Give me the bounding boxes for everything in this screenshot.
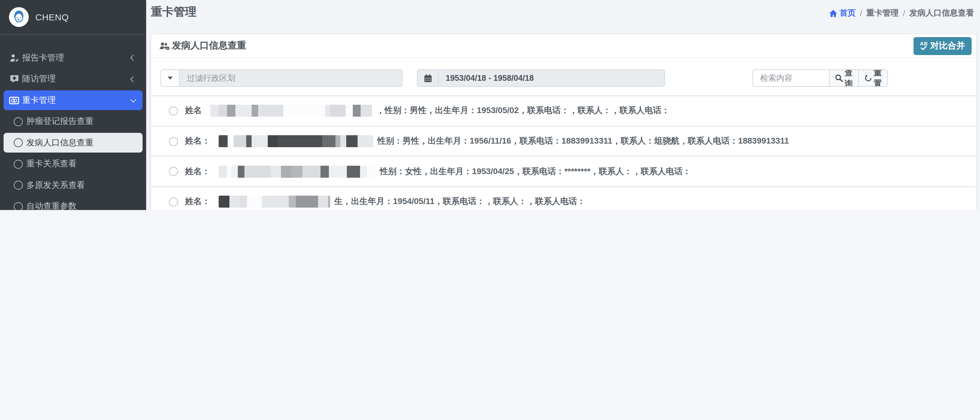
row-name-label: 姓名： bbox=[185, 197, 210, 207]
list-item[interactable]: 姓名，性别：男性，出生年月：1953/05/02，联系电话：，联系人：，联系人电… bbox=[151, 95, 977, 125]
spell-check-icon: AB bbox=[920, 41, 928, 51]
calendar-icon bbox=[417, 70, 439, 86]
breadcrumb: 首页 / 重卡管理 / 发病人口信息查看 bbox=[829, 8, 974, 19]
search-icon bbox=[835, 74, 843, 82]
breadcrumb-separator: / bbox=[860, 9, 862, 17]
row-name-label: 姓名： bbox=[185, 166, 210, 177]
caret-down-icon bbox=[168, 76, 172, 79]
list-item[interactable]: 姓名：生，出生年月：1954/05/11，联系电话：，联系人：，联系人电话： bbox=[151, 186, 977, 210]
sidebar-item-duplicate-card[interactable]: 重卡管理 bbox=[3, 90, 143, 110]
circle-icon bbox=[13, 181, 23, 190]
list-item[interactable]: 姓名：性别：女性，出生年月：1953/04/25，联系电话：********，联… bbox=[151, 156, 977, 186]
row-radio[interactable] bbox=[169, 167, 178, 176]
main-card: 发病人口信息查重 AB 对比合并 bbox=[151, 34, 977, 210]
compare-merge-button[interactable]: AB 对比合并 bbox=[913, 37, 972, 55]
chevron-left-icon bbox=[130, 76, 136, 82]
card-title: 发病人口信息查重 bbox=[159, 40, 246, 52]
circle-icon bbox=[13, 159, 23, 169]
circle-icon bbox=[13, 117, 23, 126]
breadcrumb-separator: / bbox=[903, 9, 905, 17]
result-list: 姓名，性别：男性，出生年月：1953/05/02，联系电话：，联系人：，联系人电… bbox=[151, 95, 977, 210]
users-gear-icon bbox=[159, 41, 170, 51]
submenu-item-dup-relation-view[interactable]: 重卡关系查看 bbox=[3, 154, 143, 174]
chevron-down-icon bbox=[130, 96, 136, 102]
sidebar-item-followup[interactable]: 随访管理 bbox=[3, 69, 143, 89]
circle-icon bbox=[13, 138, 23, 147]
row-radio[interactable] bbox=[169, 137, 178, 146]
user-avatar bbox=[9, 7, 29, 27]
card-header: 发病人口信息查重 AB 对比合并 bbox=[151, 34, 977, 58]
row-info-text: 生，出生年月：1954/05/11，联系电话：，联系人：，联系人电话： bbox=[334, 197, 585, 207]
filter-row: 查询 重置 bbox=[151, 70, 977, 87]
region-dropdown-button[interactable] bbox=[161, 70, 180, 86]
sidebar: CHENQ 报告卡管理 随访管理 重卡管理 bbox=[0, 0, 146, 210]
submenu-item-tumor-registry-dedup[interactable]: 肿瘤登记报告查重 bbox=[3, 112, 143, 132]
app-root: CHENQ 报告卡管理 随访管理 重卡管理 bbox=[0, 0, 980, 210]
submenu-item-multi-primary-view[interactable]: 多原发关系查看 bbox=[3, 175, 143, 195]
user-edit-icon bbox=[9, 53, 19, 62]
row-name-label: 姓名 bbox=[185, 106, 202, 116]
row-info-text: 性别：男性，出生年月：1956/11/16，联系电话：18839913311，联… bbox=[377, 136, 789, 147]
date-range-input[interactable] bbox=[439, 70, 664, 86]
row-name-label: 姓名： bbox=[185, 136, 210, 147]
circle-icon bbox=[13, 201, 23, 210]
breadcrumb-home-link[interactable]: 首页 bbox=[829, 8, 856, 19]
query-button[interactable]: 查询 bbox=[829, 70, 858, 86]
search-input[interactable] bbox=[753, 70, 829, 86]
row-radio[interactable] bbox=[169, 106, 178, 116]
card-venn-icon bbox=[9, 95, 19, 105]
submenu-item-incidence-population-dedup[interactable]: 发病人口信息查重 bbox=[3, 133, 143, 152]
date-range-group bbox=[417, 70, 665, 87]
submenu-item-auto-dedup-params[interactable]: 自动查重参数 bbox=[3, 197, 143, 210]
breadcrumb-item: 重卡管理 bbox=[866, 8, 899, 19]
region-filter-input[interactable] bbox=[180, 70, 402, 86]
row-radio[interactable] bbox=[169, 197, 178, 206]
sidebar-nav: 报告卡管理 随访管理 重卡管理 肿瘤登记报告查重 bbox=[0, 35, 146, 210]
sidebar-item-label: 重卡管理 bbox=[22, 95, 131, 106]
content-area: 重卡管理 首页 / 重卡管理 / 发病人口信息查看 发病人口信息查重 bbox=[146, 0, 980, 210]
undo-icon bbox=[864, 74, 872, 82]
sidebar-submenu: 肿瘤登记报告查重 发病人口信息查重 重卡关系查看 多原发关系查看 自动查重参数 bbox=[3, 112, 143, 210]
row-info-text: 性别：女性，出生年月：1953/04/25，联系电话：********，联系人：… bbox=[380, 166, 691, 177]
row-info-text: ，性别：男性，出生年月：1953/05/02，联系电话：，联系人：，联系人电话： bbox=[376, 106, 670, 116]
list-item[interactable]: 姓名：性别：男性，出生年月：1956/11/16，联系电话：1883991331… bbox=[151, 125, 977, 155]
redacted-name-mosaic bbox=[219, 165, 375, 178]
redacted-name-mosaic bbox=[210, 105, 372, 117]
region-filter-group bbox=[161, 70, 402, 87]
brand-name: CHENQ bbox=[35, 12, 68, 22]
redacted-name-mosaic bbox=[219, 135, 373, 147]
redacted-name-mosaic bbox=[219, 196, 330, 208]
sidebar-item-label: 报告卡管理 bbox=[22, 52, 131, 63]
home-icon bbox=[829, 9, 838, 17]
comment-medical-icon bbox=[9, 74, 19, 84]
breadcrumb-item: 发病人口信息查看 bbox=[909, 8, 974, 19]
search-group: 查询 重置 bbox=[752, 70, 888, 87]
brand[interactable]: CHENQ bbox=[0, 0, 146, 35]
sidebar-item-report-card[interactable]: 报告卡管理 bbox=[3, 48, 143, 68]
chevron-left-icon bbox=[130, 55, 136, 61]
reset-button[interactable]: 重置 bbox=[858, 70, 887, 86]
sidebar-item-label: 随访管理 bbox=[22, 74, 131, 84]
